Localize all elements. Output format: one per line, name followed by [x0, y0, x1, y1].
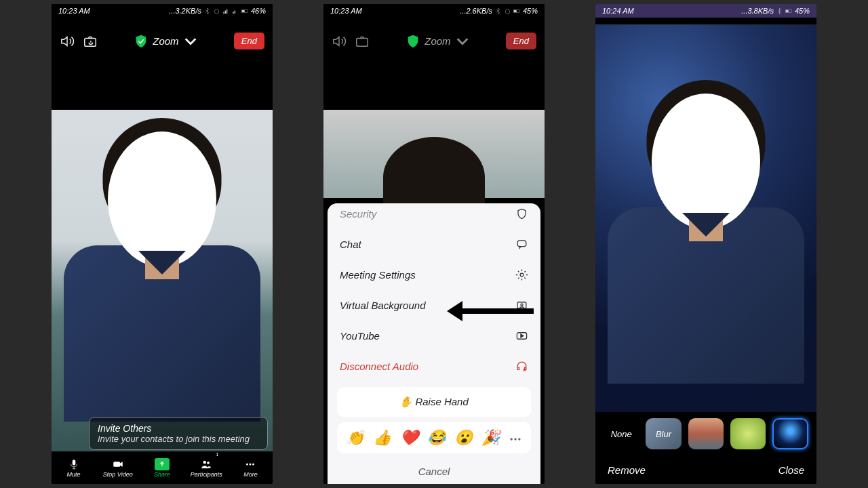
more-icon: [243, 458, 257, 470]
invite-subtitle: Invite your contacts to join this meetin…: [98, 434, 259, 444]
svg-point-16: [505, 9, 509, 13]
svg-rect-7: [242, 9, 245, 12]
speaker-button[interactable]: [332, 34, 347, 49]
meeting-topbar: Zoom End: [52, 18, 273, 56]
mute-button[interactable]: Mute: [52, 451, 96, 484]
share-button[interactable]: Share: [140, 451, 184, 484]
meeting-title-button[interactable]: Zoom: [378, 34, 498, 49]
svg-point-13: [246, 463, 248, 465]
bg-option-blur[interactable]: Blur: [646, 418, 681, 449]
svg-rect-4: [233, 12, 233, 14]
svg-point-14: [250, 463, 252, 465]
signal-icon: [222, 7, 230, 15]
status-bar: 10:23 AM ...2.6KB/s 45%: [323, 4, 545, 18]
participants-icon: [199, 458, 213, 470]
close-button[interactable]: Close: [778, 464, 804, 476]
meeting-title-button[interactable]: Zoom: [106, 34, 226, 49]
menu-item-settings[interactable]: Meeting Settings: [328, 260, 540, 290]
svg-rect-9: [72, 460, 75, 465]
bluetooth-icon: [776, 7, 783, 15]
shield-outline-icon: [515, 207, 528, 220]
raise-hand-button[interactable]: ✋ Raise Hand: [337, 387, 531, 417]
bg-option-none[interactable]: None: [604, 418, 639, 449]
phone-screen-1: 10:23 AM ...3.2KB/s 46% Zoom End Invite …: [52, 4, 273, 484]
meeting-title: Zoom: [153, 35, 178, 47]
bg-option-grass[interactable]: [730, 418, 766, 449]
status-time: 10:23 AM: [58, 7, 90, 15]
status-bar: 10:23 AM ...3.2KB/s 46%: [52, 4, 273, 18]
bg-option-bridge[interactable]: [688, 418, 724, 449]
chat-icon: [515, 238, 528, 251]
headphone-x-icon: [515, 360, 528, 373]
status-batt: 46%: [251, 7, 266, 15]
svg-point-0: [214, 9, 218, 13]
svg-rect-18: [514, 9, 517, 12]
svg-rect-5: [235, 10, 235, 14]
alarm-icon: [213, 7, 220, 15]
svg-point-25: [511, 438, 513, 440]
stop-video-button[interactable]: Stop Video: [96, 451, 140, 484]
status-right: ...3.8KB/s 45%: [741, 7, 810, 15]
reaction-more[interactable]: [509, 429, 522, 447]
background-picker: None Blur: [595, 412, 816, 455]
camera-flip-icon: [355, 34, 370, 49]
invite-tooltip[interactable]: Invite Others Invite your contacts to jo…: [89, 417, 268, 450]
end-button[interactable]: End: [234, 33, 264, 49]
menu-item-security[interactable]: Security: [328, 203, 540, 229]
battery-icon: [241, 7, 249, 15]
svg-point-27: [519, 438, 521, 440]
video-feed-space: [595, 24, 816, 412]
end-button[interactable]: End: [506, 33, 536, 49]
battery-icon: [785, 7, 793, 15]
remove-button[interactable]: Remove: [608, 464, 646, 476]
svg-point-21: [520, 273, 524, 277]
phone-screen-2: 10:23 AM ...2.6KB/s 45% Zoom End Securit…: [323, 4, 545, 484]
bottom-toolbar: Mute Stop Video Share 1Participants More: [52, 451, 273, 484]
camera-flip-icon: [83, 34, 98, 49]
meeting-title: Zoom: [425, 35, 450, 47]
speaker-button[interactable]: [60, 34, 75, 49]
menu-item-chat[interactable]: Chat: [328, 229, 540, 260]
bg-option-earth-selected[interactable]: [772, 418, 808, 449]
phone-screen-3: 10:24 AM ...3.8KB/s 45% None Blur Remove…: [595, 4, 816, 484]
status-time: 10:23 AM: [330, 7, 362, 15]
reaction-tada[interactable]: 🎉: [481, 429, 500, 447]
video-feed-dim: [323, 110, 545, 198]
status-time: 10:24 AM: [602, 7, 634, 15]
chevron-down-icon: [183, 34, 198, 49]
reaction-wow[interactable]: 😮: [454, 429, 473, 447]
svg-point-15: [252, 463, 254, 465]
reaction-joy[interactable]: 😂: [427, 429, 446, 447]
status-net: ...3.2KB/s: [169, 7, 201, 15]
participants-button[interactable]: 1Participants: [184, 451, 229, 484]
shield-icon: [134, 34, 149, 49]
vbg-bottom-bar: Remove Close: [595, 455, 816, 484]
signal-icon-2: [232, 7, 239, 15]
speaker-icon: [60, 34, 75, 49]
svg-rect-1: [223, 12, 224, 14]
reaction-heart[interactable]: ❤️: [400, 429, 418, 447]
youtube-icon: [515, 329, 528, 342]
svg-rect-29: [786, 9, 789, 12]
more-actions-sheet: Security Chat Meeting Settings Virtual B…: [328, 203, 540, 484]
reaction-thumbsup[interactable]: 👍: [373, 429, 391, 447]
cancel-button[interactable]: Cancel: [328, 456, 540, 479]
battery-icon: [513, 7, 521, 15]
speaker-icon: [332, 34, 347, 49]
flip-camera-button[interactable]: [355, 34, 370, 49]
svg-rect-8: [85, 38, 96, 46]
reaction-clap[interactable]: 👏: [346, 429, 364, 447]
more-button[interactable]: More: [229, 451, 273, 484]
menu-item-disconnect-audio[interactable]: Disconnect Audio: [328, 351, 540, 382]
svg-point-12: [207, 461, 210, 464]
share-icon: [155, 458, 170, 470]
svg-point-11: [203, 460, 207, 464]
alarm-icon: [504, 7, 511, 15]
flip-camera-button[interactable]: [83, 34, 98, 49]
bluetooth-icon: [494, 7, 502, 15]
status-right: ...3.2KB/s 46%: [169, 7, 266, 15]
reactions-row: 👏 👍 ❤️ 😂 😮 🎉: [337, 422, 531, 453]
meeting-topbar: Zoom End: [323, 18, 545, 56]
video-icon: [111, 458, 125, 470]
svg-rect-20: [517, 241, 526, 247]
